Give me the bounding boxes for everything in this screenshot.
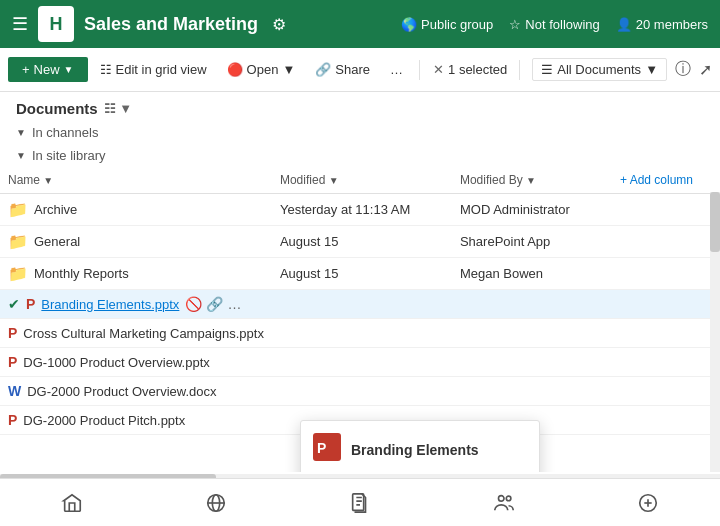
table-row[interactable]: 📁Monthly Reports August 15 Megan Bowen (0, 258, 720, 290)
content-area: Documents ☷ ▼ ▼ In channels ▼ In site li… (0, 92, 720, 472)
modified-cell: August 15 (272, 258, 452, 290)
col-header-add[interactable]: + Add column (612, 167, 720, 194)
section-in-site-library[interactable]: ▼ In site library (0, 144, 720, 167)
cancel-checkout-icon[interactable]: 🚫 (185, 296, 202, 312)
top-bar-right: 🌎 Public group ☆ Not following 👤 20 memb… (401, 17, 708, 32)
svg-text:P: P (317, 440, 326, 456)
folder-icon: 📁 (8, 200, 28, 219)
command-bar: + New ▼ ☷ Edit in grid view 🔴 Open ▼ 🔗 S… (0, 48, 720, 92)
modifiedby-cell: MOD Administrator (452, 194, 612, 226)
chevron-down-icon: ▼ (64, 64, 74, 75)
nav-document[interactable] (333, 486, 387, 520)
open-button[interactable]: 🔴 Open ▼ (219, 57, 304, 82)
tooltip-header: P Branding Elements (301, 421, 539, 472)
documents-title: Documents (16, 100, 98, 117)
tooltip-pptx-icon: P (313, 433, 341, 467)
members-label[interactable]: 👤 20 members (616, 17, 708, 32)
file-table: Name ▼ Modified ▼ Modified By ▼ + Add co… (0, 167, 720, 435)
file-name: Branding Elements.pptx (41, 297, 179, 312)
action-icons: 🚫 🔗 … (185, 296, 241, 312)
person-icon: 👤 (616, 17, 632, 32)
info-button[interactable]: ⓘ (675, 59, 691, 80)
expand-arrow: ▼ (16, 150, 26, 161)
nav-globe[interactable] (189, 486, 243, 520)
scrollbar-thumb[interactable] (710, 192, 720, 252)
open-icon: 🔴 (227, 62, 243, 77)
pptx-icon: P (8, 412, 17, 428)
more-actions-icon[interactable]: … (227, 296, 241, 312)
nav-add[interactable] (621, 486, 675, 520)
table-row[interactable]: PCross Cultural Marketing Campaigns.pptx (0, 319, 720, 348)
folder-icon: 📁 (8, 264, 28, 283)
pptx-icon: P (8, 354, 17, 370)
chevron-down-icon-docs: ▼ (645, 62, 658, 77)
star-icon: ☆ (509, 17, 521, 32)
tooltip-popup: P Branding Elements 🔗 See details ⚠ You … (300, 420, 540, 472)
docs-header: Documents ☷ ▼ (0, 92, 720, 121)
col-header-name: Name ▼ (0, 167, 272, 194)
modified-cell: Yesterday at 11:13 AM (272, 194, 452, 226)
modifiedby-cell: Megan Bowen (452, 258, 612, 290)
edit-grid-button[interactable]: ☷ Edit in grid view (92, 57, 215, 82)
selected-badge: ✕ 1 selected (433, 62, 507, 77)
table-row[interactable]: WDG-2000 Product Overview.docx (0, 377, 720, 406)
all-docs-dropdown[interactable]: ☰ All Documents ▼ (532, 58, 667, 81)
table-row-selected[interactable]: ✔ P Branding Elements.pptx 🚫 🔗 … (0, 290, 720, 319)
share-button[interactable]: 🔗 Share (307, 57, 378, 82)
expand-icon[interactable]: ➚ (699, 60, 712, 79)
modifiedby-cell: SharePoint App (452, 226, 612, 258)
pptx-icon: P (8, 325, 17, 341)
app-logo: H (38, 6, 74, 42)
tooltip-title: Branding Elements (351, 442, 479, 458)
new-button[interactable]: + New ▼ (8, 57, 88, 82)
more-button[interactable]: … (382, 57, 411, 82)
group-title: Sales and Marketing (84, 14, 258, 35)
chevron-down-icon-open: ▼ (282, 62, 295, 77)
checkout-icon: ✔ (8, 296, 20, 312)
grid-icon: ☷ (100, 62, 112, 77)
svg-point-7 (506, 496, 511, 501)
close-icon[interactable]: ✕ (433, 62, 444, 77)
separator2 (519, 60, 520, 80)
col-header-modified: Modified ▼ (272, 167, 452, 194)
table-row[interactable]: 📁General August 15 SharePoint App (0, 226, 720, 258)
docx-icon: W (8, 383, 21, 399)
table-row[interactable]: 📁Archive Yesterday at 11:13 AM MOD Admin… (0, 194, 720, 226)
pptx-icon: P (26, 296, 35, 312)
command-right: ✕ 1 selected ☰ All Documents ▼ ⓘ ➚ (433, 58, 712, 81)
lines-icon: ☰ (541, 62, 553, 77)
vertical-scrollbar[interactable] (710, 192, 720, 472)
top-bar: ☰ H Sales and Marketing ⚙ 🌎 Public group… (0, 0, 720, 48)
nav-people[interactable] (477, 486, 531, 520)
collapse-arrow: ▼ (16, 127, 26, 138)
bottom-nav (0, 478, 720, 526)
settings-icon[interactable]: ⚙ (272, 15, 286, 34)
share-file-icon[interactable]: 🔗 (206, 296, 223, 312)
table-row[interactable]: PDG-1000 Product Overview.pptx (0, 348, 720, 377)
svg-point-6 (499, 495, 505, 501)
share-icon: 🔗 (315, 62, 331, 77)
globe-icon: 🌎 (401, 17, 417, 32)
visibility-label: 🌎 Public group (401, 17, 493, 32)
follow-button[interactable]: ☆ Not following (509, 17, 599, 32)
modified-cell: August 15 (272, 226, 452, 258)
folder-icon: 📁 (8, 232, 28, 251)
separator (419, 60, 420, 80)
col-header-modifiedby: Modified By ▼ (452, 167, 612, 194)
view-switcher[interactable]: ☷ ▼ (104, 101, 132, 116)
svg-rect-5 (353, 493, 364, 510)
nav-home[interactable] (45, 486, 99, 520)
section-in-channels[interactable]: ▼ In channels (0, 121, 720, 144)
plus-icon: + (22, 62, 30, 77)
hamburger-icon[interactable]: ☰ (12, 13, 28, 35)
